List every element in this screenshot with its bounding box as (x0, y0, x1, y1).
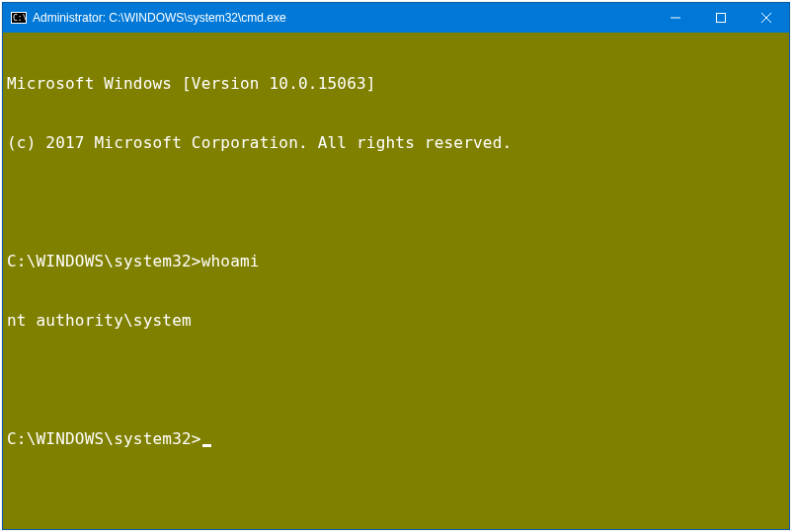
banner-line: Microsoft Windows [Version 10.0.15063] (7, 74, 785, 94)
svg-rect-3 (717, 14, 726, 23)
close-button[interactable] (744, 3, 789, 33)
cmd-window: C:\ Administrator: C:\WINDOWS\system32\c… (2, 2, 790, 530)
prompt-text: C:\WINDOWS\system32> (7, 429, 201, 449)
output-line: nt authority\system (7, 311, 785, 331)
window-title: Administrator: C:\WINDOWS\system32\cmd.e… (33, 11, 286, 25)
titlebar[interactable]: C:\ Administrator: C:\WINDOWS\system32\c… (3, 3, 789, 33)
prompt-line: C:\WINDOWS\system32> (7, 429, 785, 449)
banner-line: (c) 2017 Microsoft Corporation. All righ… (7, 133, 785, 153)
svg-text:C:\: C:\ (13, 14, 27, 23)
prompt-line: C:\WINDOWS\system32>whoami (7, 252, 785, 271)
cmd-icon: C:\ (11, 10, 27, 26)
blank-line (7, 370, 785, 390)
window-controls (653, 3, 789, 33)
terminal-area[interactable]: Microsoft Windows [Version 10.0.15063] (… (3, 33, 789, 529)
prompt-text: C:\WINDOWS\system32> (7, 252, 201, 271)
cursor-icon (202, 444, 211, 447)
command-text: whoami (201, 252, 260, 271)
minimize-button[interactable] (653, 3, 698, 33)
blank-line (7, 192, 785, 212)
maximize-button[interactable] (698, 3, 744, 33)
